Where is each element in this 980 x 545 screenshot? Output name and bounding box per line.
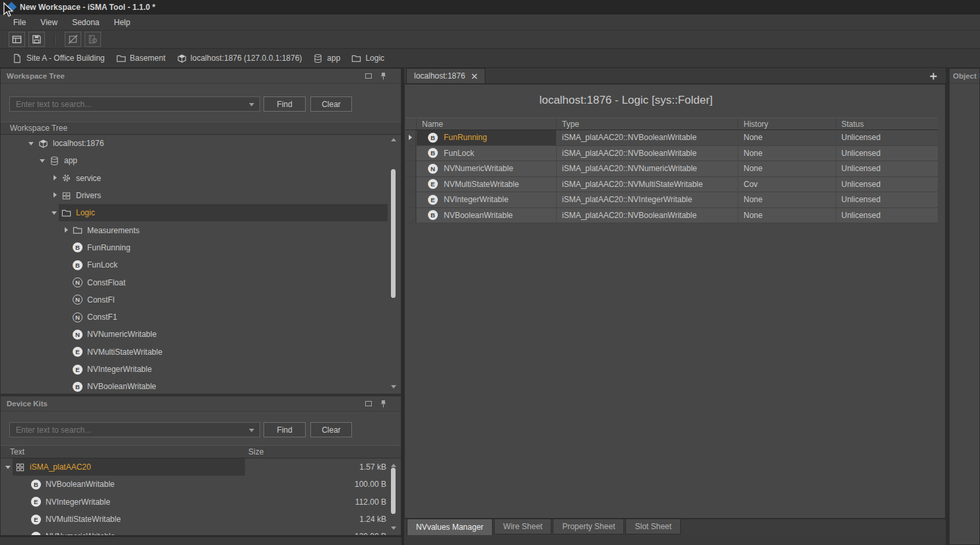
kit-row-nvmultistatewritable[interactable]: E NVMultiStateWritable 1.24 kB — [1, 511, 401, 528]
tree-item-constfl[interactable]: N ConstFl — [1, 291, 401, 309]
clear-button[interactable]: Clear — [310, 96, 352, 112]
clear-button[interactable]: Clear — [310, 422, 352, 437]
menu-help[interactable]: Help — [107, 18, 138, 27]
column-header-history[interactable]: History — [738, 118, 835, 129]
menu-view[interactable]: View — [33, 18, 65, 27]
device-kits-scrollbar[interactable] — [388, 462, 399, 532]
tree-item-funlock[interactable]: B FunLock — [1, 256, 401, 273]
workspace-tree-column-header[interactable]: Workspace Tree — [1, 122, 401, 135]
scrollbar-thumb[interactable] — [391, 468, 396, 514]
tree-item-localhost[interactable]: localhost:1876 — [1, 135, 401, 152]
row-gutter — [405, 177, 416, 192]
collapse-icon[interactable] — [51, 209, 59, 217]
gear-icon — [61, 173, 71, 183]
search-input[interactable]: Enter text to search... — [9, 422, 260, 437]
float-panel-icon[interactable] — [365, 401, 372, 406]
float-panel-icon[interactable] — [365, 73, 372, 79]
tree-item-app[interactable]: app — [1, 152, 401, 169]
close-icon[interactable] — [472, 73, 477, 79]
expand-icon[interactable] — [51, 174, 59, 182]
tab-localhost-1876[interactable]: localhost:1876 — [406, 68, 485, 83]
breadcrumb-item-logic[interactable]: Logic — [351, 54, 384, 63]
kit-row-nvintegerwritable[interactable]: E NVIntegerWritable 112.00 B — [1, 493, 401, 511]
collapse-icon[interactable] — [39, 157, 47, 164]
row-gutter — [405, 161, 416, 176]
tab-nvvalues-manager[interactable]: NVvalues Manager — [407, 519, 493, 536]
tree-item-nvnumericwritable[interactable]: N NVNumericWritable — [1, 326, 401, 343]
table-row-nvintegerwritable[interactable]: E NVIntegerWritable iSMA_platAAC20::NVIn… — [405, 192, 938, 208]
collapse-icon[interactable] — [5, 463, 13, 471]
workspace-tree-scrollbar[interactable] — [388, 136, 399, 390]
row-gutter — [405, 130, 416, 145]
save-icon — [32, 34, 42, 44]
expand-icon[interactable] — [51, 192, 59, 200]
main-content: localhost:1876 - Logic [sys::Folder] Nam… — [404, 84, 946, 519]
column-header-status[interactable]: Status — [835, 118, 938, 129]
enum-badge-icon: E — [73, 365, 83, 375]
mouse-cursor-icon — [2, 2, 14, 18]
kit-browser-icon — [88, 34, 98, 44]
device-kits-search-row: Enter text to search... Find Clear — [1, 412, 401, 445]
tab-property-sheet[interactable]: Property Sheet — [553, 519, 624, 534]
kit-browser-button[interactable] — [85, 32, 101, 47]
scroll-down-icon[interactable] — [391, 385, 396, 388]
table-row-nvbooleanwritable[interactable]: B NVBooleanWritable iSMA_platAAC20::NVBo… — [405, 208, 938, 224]
kit-size: 1.57 kB — [359, 462, 386, 472]
save-workspace-button[interactable] — [28, 32, 45, 47]
window-title: New Workspace - iSMA Tool - 1.1.0 * — [20, 3, 155, 12]
column-header-type[interactable]: Type — [556, 118, 738, 129]
device-kits-column-header[interactable]: Text Size — [1, 445, 401, 458]
breadcrumb-item-basement[interactable]: Basement — [116, 54, 166, 63]
workspace-tree: localhost:1876 app — [1, 135, 401, 393]
dropdown-arrow-icon[interactable] — [249, 429, 254, 432]
scroll-up-icon[interactable] — [391, 138, 396, 141]
column-header-name[interactable]: Name — [416, 118, 556, 129]
tree-item-funrunning[interactable]: B FunRunning — [1, 239, 401, 256]
wire-sheet-button[interactable] — [65, 32, 81, 47]
title-bar[interactable]: New Workspace - iSMA Tool - 1.1.0 * — [0, 0, 980, 15]
menu-sedona[interactable]: Sedona — [65, 18, 106, 27]
find-button[interactable]: Find — [263, 422, 306, 437]
table-row-nvmultistatewritable[interactable]: E NVMultiStateWritable iSMA_platAAC20::N… — [405, 177, 938, 193]
server-icon — [38, 139, 48, 149]
find-button[interactable]: Find — [263, 96, 306, 112]
wire-sheet-disabled-icon — [68, 34, 78, 44]
scroll-down-icon[interactable] — [391, 527, 396, 530]
tab-wire-sheet[interactable]: Wire Sheet — [494, 519, 551, 534]
breadcrumb-item-site[interactable]: Site A - Office Building — [13, 54, 105, 63]
tree-item-drivers[interactable]: Drivers — [1, 187, 401, 204]
kit-row-isma-plataac20[interactable]: iSMA_platAAC20 1.57 kB — [1, 458, 401, 476]
tree-item-service[interactable]: service — [1, 170, 401, 187]
tree-item-logic[interactable]: Logic — [1, 204, 401, 221]
breadcrumb-item-app[interactable]: app — [313, 54, 340, 63]
isma-tool-window: New Workspace - iSMA Tool - 1.1.0 * File… — [0, 0, 980, 545]
scrollbar-thumb[interactable] — [391, 169, 396, 298]
breadcrumb-item-localhost[interactable]: localhost:1876 (127.0.0.1:1876) — [177, 54, 302, 63]
table-row-funrunning[interactable]: B FunRunning iSMA_platAAC20::NVBooleanWr… — [405, 130, 938, 146]
pin-icon[interactable] — [380, 400, 386, 408]
selected-kit-item[interactable]: iSMA_platAAC20 — [13, 458, 245, 476]
dropdown-arrow-icon[interactable] — [249, 103, 254, 106]
tree-item-nvbooleanwritable[interactable]: B NVBooleanWritable — [1, 378, 401, 393]
table-row-nvnumericwritable[interactable]: N NVNumericWritable iSMA_platAAC20::NVNu… — [405, 161, 938, 177]
scroll-up-icon[interactable] — [391, 464, 396, 467]
pin-icon[interactable] — [380, 72, 386, 80]
tree-item-nvmultistatewritable[interactable]: E NVMultiStateWritable — [1, 344, 401, 361]
tree-item-constfloat[interactable]: N ConstFloat — [1, 273, 401, 291]
tab-slot-sheet[interactable]: Slot Sheet — [625, 519, 680, 534]
menu-file[interactable]: File — [6, 18, 33, 27]
selected-tree-item[interactable]: Logic — [59, 204, 388, 221]
expand-icon[interactable] — [62, 227, 70, 235]
collapse-icon[interactable] — [28, 139, 36, 147]
bottom-strip — [404, 535, 946, 545]
tree-item-constf1[interactable]: N ConstF1 — [1, 309, 401, 326]
add-tab-button[interactable] — [928, 71, 939, 82]
new-workspace-button[interactable] — [9, 32, 25, 47]
table-row-funlock[interactable]: B FunLock iSMA_platAAC20::NVBooleanWrita… — [405, 146, 938, 162]
kit-row-nvnumericwritable[interactable]: N NVNumericWritable 120.00 B — [1, 528, 401, 535]
tree-item-nvintegerwritable[interactable]: E NVIntegerWritable — [1, 361, 401, 378]
search-input[interactable]: Enter text to search... — [9, 96, 260, 112]
tree-item-measurements[interactable]: Measurements — [1, 221, 401, 238]
server-icon — [177, 54, 187, 63]
kit-row-nvbooleanwritable[interactable]: B NVBooleanWritable 100.00 B — [1, 476, 401, 493]
